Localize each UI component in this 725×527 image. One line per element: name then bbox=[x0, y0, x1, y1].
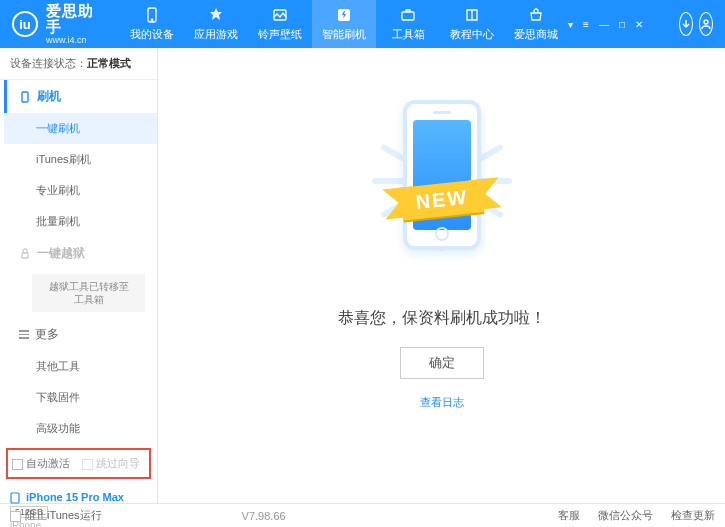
view-log-link[interactable]: 查看日志 bbox=[420, 395, 464, 410]
sidebar-header-jailbreak: 一键越狱 bbox=[4, 237, 157, 270]
nav-label: 应用游戏 bbox=[194, 27, 238, 42]
nav-tutorials[interactable]: 教程中心 bbox=[440, 0, 504, 48]
nav-ringtones[interactable]: 铃声壁纸 bbox=[248, 0, 312, 48]
status-value: 正常模式 bbox=[87, 57, 131, 69]
ok-button[interactable]: 确定 bbox=[400, 347, 484, 379]
nav-toolbox[interactable]: 工具箱 bbox=[376, 0, 440, 48]
nav-label: 智能刷机 bbox=[322, 27, 366, 42]
book-icon bbox=[463, 6, 481, 24]
device-name: iPhone 15 Pro Max bbox=[26, 491, 124, 503]
device-icon bbox=[19, 91, 31, 103]
nav-label: 教程中心 bbox=[450, 27, 494, 42]
apps-icon bbox=[207, 6, 225, 24]
sidebar-item-batch[interactable]: 批量刷机 bbox=[4, 206, 157, 237]
connection-status: 设备连接状态：正常模式 bbox=[0, 48, 157, 80]
footer-link-update[interactable]: 检查更新 bbox=[671, 508, 715, 523]
toolbox-icon bbox=[399, 6, 417, 24]
nav-label: 工具箱 bbox=[392, 27, 425, 42]
svg-rect-6 bbox=[22, 92, 28, 102]
footer-link-wechat[interactable]: 微信公众号 bbox=[598, 508, 653, 523]
svg-rect-8 bbox=[11, 493, 19, 503]
sidebar-item-other[interactable]: 其他工具 bbox=[4, 351, 157, 382]
sidebar-header-label: 一键越狱 bbox=[37, 245, 85, 262]
nav-label: 铃声壁纸 bbox=[258, 27, 302, 42]
close-icon[interactable]: ✕ bbox=[635, 19, 643, 30]
sidebar: 设备连接状态：正常模式 刷机 一键刷机 iTunes刷机 专业刷机 批量刷机 一… bbox=[0, 48, 158, 503]
status-label: 设备连接状态： bbox=[10, 57, 87, 69]
sidebar-header-label: 更多 bbox=[35, 326, 59, 343]
block-itunes-checkbox[interactable]: 阻止iTunes运行 bbox=[10, 508, 102, 523]
user-button[interactable] bbox=[699, 12, 713, 36]
phone-icon bbox=[143, 6, 161, 24]
wallpaper-icon bbox=[271, 6, 289, 24]
auto-activate-checkbox[interactable]: 自动激活 bbox=[12, 456, 70, 471]
minimize-icon[interactable]: — bbox=[599, 19, 609, 30]
phone-graphic bbox=[403, 100, 481, 250]
tray-icon[interactable]: ≡ bbox=[583, 19, 589, 30]
main-content: NEW 恭喜您，保资料刷机成功啦！ 确定 查看日志 bbox=[158, 48, 725, 503]
download-button[interactable] bbox=[679, 12, 693, 36]
jailbreak-note: 越狱工具已转移至 工具箱 bbox=[32, 274, 145, 312]
sidebar-item-advanced[interactable]: 高级功能 bbox=[4, 413, 157, 444]
hamburger-icon bbox=[19, 330, 29, 339]
body: 设备连接状态：正常模式 刷机 一键刷机 iTunes刷机 专业刷机 批量刷机 一… bbox=[0, 48, 725, 503]
top-nav: 我的设备 应用游戏 铃声壁纸 智能刷机 工具箱 教程中心 爱思商城 bbox=[120, 0, 568, 48]
app-logo-icon: iu bbox=[12, 11, 38, 37]
svg-point-1 bbox=[151, 19, 153, 21]
app-title: 爱思助手 bbox=[46, 3, 100, 36]
nav-apps[interactable]: 应用游戏 bbox=[184, 0, 248, 48]
menu-icon[interactable]: ▾ bbox=[568, 19, 573, 30]
app-logo-text: 爱思助手 www.i4.cn bbox=[46, 3, 100, 46]
activation-options: 自动激活 跳过向导 bbox=[6, 448, 151, 479]
footer-link-support[interactable]: 客服 bbox=[558, 508, 580, 523]
sidebar-item-firmware[interactable]: 下载固件 bbox=[4, 382, 157, 413]
maximize-icon[interactable]: □ bbox=[619, 19, 625, 30]
sidebar-item-itunes[interactable]: iTunes刷机 bbox=[4, 144, 157, 175]
nav-store[interactable]: 爱思商城 bbox=[504, 0, 568, 48]
sidebar-item-oneclick[interactable]: 一键刷机 bbox=[4, 113, 157, 144]
store-icon bbox=[527, 6, 545, 24]
phone-icon bbox=[10, 492, 20, 504]
window-controls: ▾ ≡ — □ ✕ bbox=[568, 19, 643, 30]
nav-my-device[interactable]: 我的设备 bbox=[120, 0, 184, 48]
success-illustration: NEW bbox=[352, 78, 532, 278]
nav-label: 爱思商城 bbox=[514, 27, 558, 42]
title-bar: iu 爱思助手 www.i4.cn 我的设备 应用游戏 铃声壁纸 智能刷机 工具… bbox=[0, 0, 725, 48]
sidebar-header-more[interactable]: 更多 bbox=[4, 318, 157, 351]
version-label: V7.98.66 bbox=[242, 510, 286, 522]
titlebar-right: ▾ ≡ — □ ✕ bbox=[568, 12, 713, 36]
sidebar-header-label: 刷机 bbox=[37, 88, 61, 105]
sidebar-header-flash[interactable]: 刷机 bbox=[4, 80, 157, 113]
app-subtitle: www.i4.cn bbox=[46, 36, 100, 46]
nav-label: 我的设备 bbox=[130, 27, 174, 42]
success-message: 恭喜您，保资料刷机成功啦！ bbox=[338, 308, 546, 329]
nav-flash[interactable]: 智能刷机 bbox=[312, 0, 376, 48]
lock-icon bbox=[19, 248, 31, 260]
svg-point-5 bbox=[704, 20, 708, 24]
sidebar-item-pro[interactable]: 专业刷机 bbox=[4, 175, 157, 206]
svg-rect-7 bbox=[22, 253, 28, 258]
flash-icon bbox=[335, 6, 353, 24]
svg-rect-4 bbox=[402, 12, 414, 20]
skip-guide-checkbox[interactable]: 跳过向导 bbox=[82, 456, 140, 471]
